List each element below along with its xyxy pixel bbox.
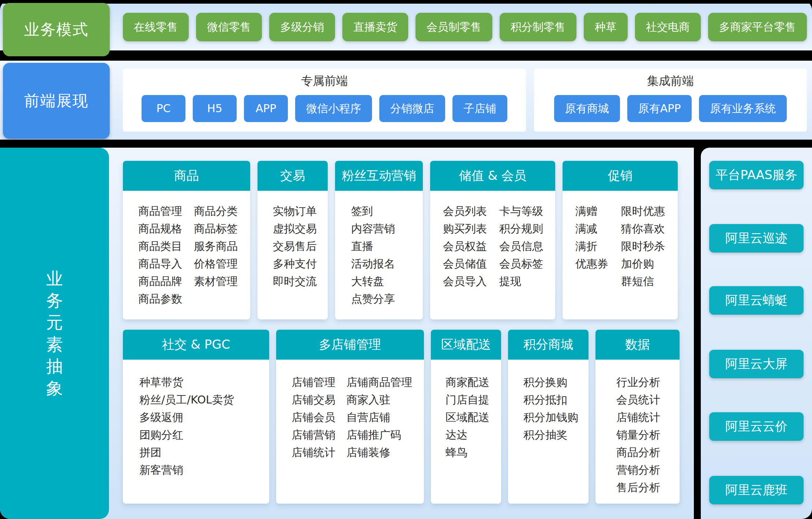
card-item: 提现 [499,273,543,290]
card-item: 店铺统计 [292,444,346,461]
business-model-item: 多级分销 [269,13,335,41]
card-column: 会员列表购买列表会员权益会员储值会员导入 [443,202,499,290]
business-model-item: 社交电商 [635,13,701,41]
card-item: 卡与等级 [499,202,543,220]
card-body: 会员列表购买列表会员权益会员储值会员导入卡与等级积分规则会员信息会员标签提现 [430,191,555,290]
card-title: 促销 [563,161,678,191]
frontend-label: 前端展现 [3,63,110,139]
card-item: 会员储值 [443,255,499,273]
card-item: 新客营销 [139,461,234,479]
card-item: 商品管理 [138,202,194,220]
frontend-button: PC [142,95,185,122]
card-title: 社交 & PGC [123,330,269,360]
card-column: 签到内容营销直播活动报名大转盘点赞分享 [351,202,395,308]
feature-card: 多店铺管理店铺管理店铺交易店铺会员店铺营销店铺统计店铺商品管理商家入驻自营店铺店… [276,330,424,504]
paas-service-button: 阿里云云价 [709,412,804,441]
card-item: 猜你喜欢 [621,220,665,238]
card-body: 积分换购积分抵扣积分加钱购积分抽奖 [508,360,589,444]
card-item: 区域配送 [446,409,489,426]
paas-service-button: 阿里云蜻蜓 [709,286,804,315]
feature-card: 储值 & 会员会员列表购买列表会员权益会员储值会员导入卡与等级积分规则会员信息会… [430,161,555,319]
card-item: 会员信息 [499,238,543,255]
card-item: 即时交流 [273,273,317,290]
ecommerce-architecture-diagram: 业务模式 在线零售微信零售多级分销直播卖货会员制零售积分制零售种草社交电商多商家… [0,0,812,519]
card-item: 自营店铺 [346,409,412,426]
card-column: 店铺管理店铺交易店铺会员店铺营销店铺统计 [292,374,346,461]
business-model-item: 多商家平台零售 [708,13,807,41]
card-item: 种草带货 [139,374,234,391]
frontend-button: 分销微店 [379,95,445,122]
card-body: 店铺管理店铺交易店铺会员店铺营销店铺统计店铺商品管理商家入驻自营店铺店铺推广码店… [276,360,424,461]
card-item: 商品规格 [138,220,194,238]
frontend-button: APP [244,95,288,122]
business-model-item: 直播卖货 [342,13,408,41]
card-item: 会员统计 [616,391,660,409]
label-char: 象 [46,377,63,399]
card-item: 商家配送 [446,374,489,391]
paas-service-button: 阿里云大屏 [709,350,804,378]
card-body: 种草带货粉丝/员工/KOL卖货多级返佣团购分红拼团新客营销 [123,360,269,479]
card-body: 签到内容营销直播活动报名大转盘点赞分享 [335,191,423,308]
card-item: 点赞分享 [351,290,395,308]
card-column: 种草带货粉丝/员工/KOL卖货多级返佣团购分红拼团新客营销 [139,374,234,479]
feature-card: 社交 & PGC种草带货粉丝/员工/KOL卖货多级返佣团购分红拼团新客营销 [123,330,269,504]
card-item: 直播 [351,238,395,255]
card-item: 素材管理 [194,273,238,290]
feature-card: 商品商品管理商品规格商品类目商品导入商品品牌商品参数商品分类商品标签服务商品价格… [123,161,250,319]
card-item: 加价购 [621,255,665,273]
card-item: 实物订单 [273,202,317,220]
card-item: 交易售后 [273,238,317,255]
card-item: 拼团 [139,444,234,461]
card-column: 店铺商品管理商家入驻自营店铺店铺推广码店铺装修 [346,374,412,461]
feature-card: 促销满赠满减满折优惠券限时优惠猜你喜欢限时秒杀加价购群短信 [563,161,678,319]
card-column: 商品分类商品标签服务商品价格管理素材管理 [194,202,238,308]
card-item: 门店自提 [446,391,489,409]
card-item: 商家入驻 [346,391,412,409]
business-model-item: 积分制零售 [500,13,576,41]
card-item: 销量分析 [616,426,660,444]
card-column: 积分换购积分抵扣积分加钱购积分抽奖 [523,374,578,444]
card-title: 储值 & 会员 [430,161,555,191]
feature-cards-row-1: 商品商品管理商品规格商品类目商品导入商品品牌商品参数商品分类商品标签服务商品价格… [123,161,678,319]
integrated-frontend-title: 集成前端 [534,73,807,89]
feature-card: 交易实物订单虚拟交易交易售后多种支付即时交流 [257,161,328,319]
card-item: 商品分析 [616,444,660,461]
frontend-button: 原有业务系统 [699,95,787,122]
card-body: 商家配送门店自提区域配送达达蜂鸟 [431,360,501,461]
card-column: 卡与等级积分规则会员信息会员标签提现 [499,202,543,290]
feature-card: 粉丝互动营销签到内容营销直播活动报名大转盘点赞分享 [335,161,423,319]
label-char: 素 [46,333,63,355]
card-item: 商品品牌 [138,273,194,290]
card-item: 会员列表 [443,202,499,220]
business-model-label: 业务模式 [3,3,110,56]
card-item: 商品参数 [138,290,194,308]
card-item: 限时秒杀 [621,238,665,255]
card-body: 商品管理商品规格商品类目商品导入商品品牌商品参数商品分类商品标签服务商品价格管理… [123,191,250,308]
feature-cards-row-2: 社交 & PGC种草带货粉丝/员工/KOL卖货多级返佣团购分红拼团新客营销多店铺… [123,330,680,504]
card-item: 售后分析 [616,479,660,496]
feature-card: 积分商城积分换购积分抵扣积分加钱购积分抽奖 [508,330,589,504]
paas-service-button: 阿里云巡迹 [709,224,804,253]
card-item: 内容营销 [351,220,395,238]
card-item: 商品导入 [138,255,194,273]
card-title: 多店铺管理 [276,330,424,360]
paas-header: 平台PAAS服务 [709,161,804,189]
card-title: 粉丝互动营销 [335,161,423,191]
card-title: 积分商城 [508,330,589,360]
card-item: 团购分红 [139,426,234,444]
card-item: 大转盘 [351,273,395,290]
card-item: 优惠券 [575,255,621,273]
card-item: 积分抵扣 [523,391,578,409]
card-item: 会员标签 [499,255,543,273]
integrated-frontend-panel: 集成前端 原有商城原有APP原有业务系统 [534,69,807,132]
card-body: 实物订单虚拟交易交易售后多种支付即时交流 [257,191,328,290]
card-item: 积分加钱购 [523,409,578,426]
card-item: 虚拟交易 [273,220,317,238]
card-body: 满赠满减满折优惠券限时优惠猜你喜欢限时秒杀加价购群短信 [563,191,678,290]
frontend-button: 微信小程序 [295,95,372,122]
dedicated-frontend-title: 专属前端 [123,73,526,89]
feature-card: 数据行业分析会员统计店铺统计销量分析商品分析营销分析售后分析 [595,330,680,504]
paas-service-button: 阿里云鹿班 [709,476,804,504]
paas-sidebar: 平台PAAS服务 阿里云巡迹阿里云蜻蜓阿里云大屏阿里云云价阿里云鹿班 [701,148,812,519]
card-item: 达达 [446,426,489,444]
